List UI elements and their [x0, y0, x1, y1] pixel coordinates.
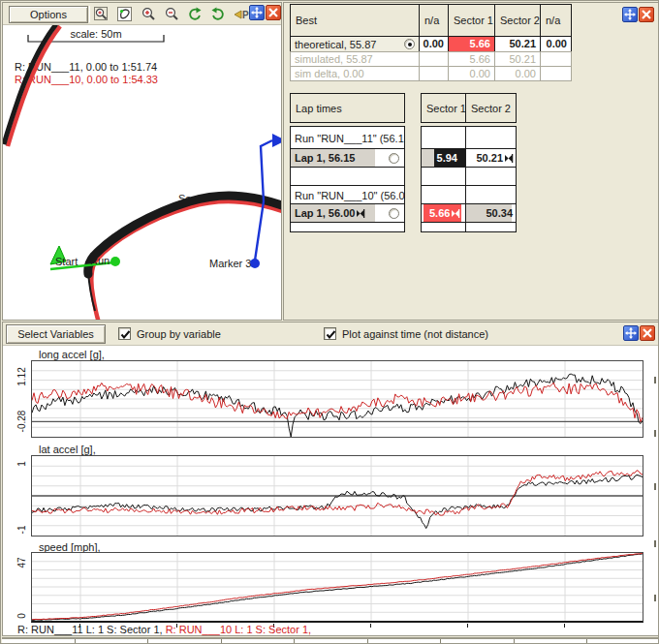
- rotate-cw-icon[interactable]: [185, 5, 204, 23]
- laptimes-header-sector2: Sector 2: [465, 93, 517, 123]
- plot-against-time-checkbox[interactable]: [324, 327, 336, 340]
- s2-empty: [465, 126, 517, 149]
- chart1-ymax-label: 1.12: [16, 367, 27, 385]
- rotate-ccw-icon[interactable]: [208, 5, 228, 23]
- splitter-notch[interactable]: [654, 595, 656, 601]
- s2-empty: [465, 167, 517, 186]
- theoretical-radio[interactable]: [404, 39, 415, 49]
- times-panel: Best n/a Sector 1 Sector 2 n/a theoretic…: [283, 2, 659, 321]
- track-map[interactable]: scale: 50m R: RUN___11, 0.00 to 1:51.74 …: [3, 25, 281, 320]
- charts-panel: Select Variables Group by variable Plot …: [2, 322, 659, 636]
- splitter-notch[interactable]: [654, 430, 656, 437]
- best-row-theoretical[interactable]: theoretical, 55.87: [290, 36, 420, 52]
- sector-value: 50.21: [476, 152, 503, 164]
- close-panel-icon[interactable]: [640, 325, 655, 341]
- best-val-na1: 0.00: [419, 36, 449, 52]
- bottom-clipped-row: [2, 637, 659, 644]
- track-map-panel: Options P: [2, 2, 282, 321]
- axis-tick: [467, 624, 468, 628]
- spacer-row: [290, 167, 405, 186]
- marker3-dot[interactable]: [250, 259, 260, 268]
- plot-against-time-label: Plot against time (not distance): [342, 328, 488, 340]
- chart3-ymin-label: 0: [16, 613, 27, 619]
- s1-empty: [421, 222, 466, 232]
- run11-lap-radio[interactable]: [389, 153, 399, 164]
- delta-val-na1: [419, 66, 449, 81]
- s2-empty: [465, 222, 517, 232]
- empty-row: [290, 222, 405, 232]
- start-label: Start: [55, 256, 78, 267]
- sim-val-sector2: 50.21: [494, 51, 541, 67]
- run11-sector1-cell: 5.94: [421, 148, 466, 168]
- best-header-na2: n/a: [540, 4, 572, 37]
- fit-track-icon[interactable]: [115, 5, 135, 23]
- pit-marker-icon[interactable]: P: [232, 5, 251, 23]
- best-row-label: theoretical, 55.87: [295, 39, 376, 50]
- run-marker-dot[interactable]: [110, 257, 120, 266]
- sector-value: 50.34: [486, 207, 513, 219]
- chart1-title: long accel [g],: [39, 349, 105, 360]
- close-panel-icon[interactable]: [266, 5, 281, 20]
- run11-lap-row[interactable]: Lap 1, 56.15: [290, 148, 405, 168]
- track-arc-red: [8, 26, 60, 146]
- s1-empty: [421, 185, 466, 204]
- move-panel-icon[interactable]: [623, 325, 639, 341]
- run10-lap-row[interactable]: Lap 1, 56.00: [290, 203, 405, 223]
- move-panel-icon[interactable]: [622, 7, 638, 22]
- status-run11: R: RUN___11 L: 1 S: Sector 1,: [17, 624, 166, 635]
- flag-icon: [357, 209, 365, 218]
- chart2-title: lat accel [g],: [39, 444, 96, 455]
- options-button[interactable]: Options: [9, 6, 88, 23]
- run11-sector2-cell: 50.21: [465, 148, 517, 168]
- toolbar-separator: [89, 6, 90, 22]
- marker3-arrow-icon[interactable]: [272, 134, 281, 147]
- best-val-na2: 0.00: [540, 36, 572, 52]
- check-icon: [119, 328, 132, 341]
- scale-label: scale: 50m: [70, 28, 121, 40]
- zoom-region-icon[interactable]: [92, 5, 111, 23]
- run11-label-row: Run "RUN___11" (56.15): [290, 126, 405, 149]
- svg-text:P: P: [242, 10, 249, 20]
- long-accel-chart[interactable]: [31, 360, 643, 438]
- sector-value: 5.66: [429, 207, 460, 219]
- s1-empty: [421, 126, 466, 149]
- run-marker-label: Run: [90, 255, 110, 266]
- move-panel-icon[interactable]: [249, 5, 265, 20]
- flag-icon: [452, 209, 460, 218]
- run10-lap-radio[interactable]: [389, 208, 399, 219]
- times-window-buttons: [622, 7, 654, 22]
- run10-label-row: Run "RUN___10" (56.00): [290, 185, 405, 204]
- map-toolbar: Options P: [3, 3, 281, 25]
- best-header-sector1: Sector 1: [448, 4, 495, 37]
- best-header-na1: n/a: [419, 4, 449, 37]
- sim-val-sector1: 5.66: [448, 51, 495, 67]
- run10-sector1-cell: 5.66: [421, 203, 466, 223]
- delta-val-sector1: 0.00: [448, 66, 495, 81]
- group-by-variable-checkbox[interactable]: [118, 327, 131, 340]
- s1-empty: [421, 167, 466, 186]
- splitter-notch[interactable]: [654, 540, 656, 547]
- best-header: Best: [290, 4, 420, 37]
- zoom-out-icon[interactable]: [162, 5, 181, 23]
- axis-tick: [370, 624, 371, 628]
- lat-accel-chart[interactable]: [31, 455, 643, 537]
- best-header-sector2: Sector 2: [494, 4, 541, 37]
- check-icon: [325, 328, 337, 341]
- charts-window-buttons: [623, 325, 655, 341]
- status-run10: R: RUN___10 L: 1 S: Sector 1,: [166, 624, 311, 635]
- close-panel-icon[interactable]: [639, 7, 654, 22]
- select-variables-button[interactable]: Select Variables: [6, 324, 106, 344]
- run-label-2: R: RUN___10, 0.00 to 1:54.33: [15, 74, 158, 85]
- splitter-notch[interactable]: [654, 377, 656, 383]
- lap-label: Lap 1, 56.15: [295, 152, 355, 164]
- chart-status-line: R: RUN___11 L: 1 S: Sector 1, R: RUN___1…: [17, 624, 311, 635]
- charts-toolbar: Select Variables Group by variable Plot …: [3, 322, 658, 346]
- splitter-notch[interactable]: [654, 483, 656, 490]
- lap-label: Lap 1, 56.00: [295, 207, 365, 219]
- speed-chart[interactable]: [31, 552, 643, 623]
- run10-sector2-cell: 50.34: [465, 203, 517, 223]
- zoom-in-icon[interactable]: [139, 5, 158, 23]
- chart2-ymax-label: 1: [16, 461, 27, 467]
- best-val-sector2: 50.21: [494, 36, 541, 52]
- delta-val-na2: [540, 66, 572, 81]
